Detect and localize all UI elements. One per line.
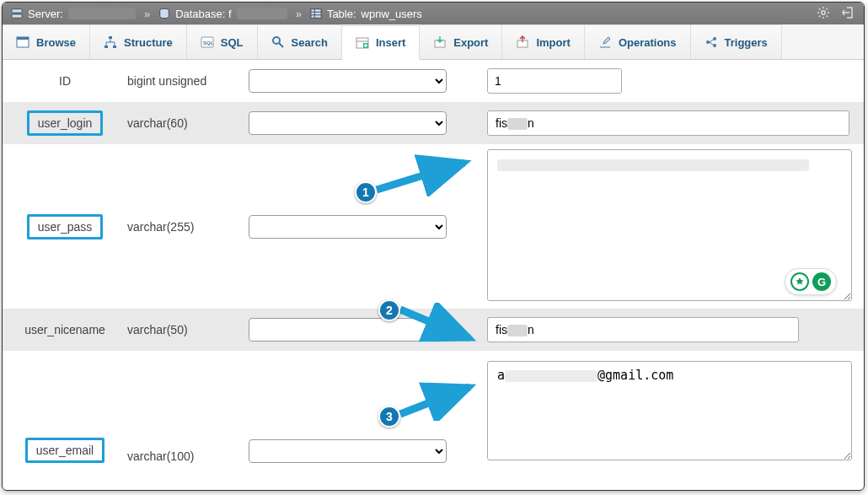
breadcrumb-table-label[interactable]: Table: xyxy=(327,8,356,20)
svg-point-15 xyxy=(273,37,280,44)
annotation-badge-2: 2 xyxy=(378,299,400,321)
field-type-id: bigint unsigned xyxy=(127,74,237,88)
field-function-user-pass[interactable] xyxy=(249,215,447,239)
tab-operations-label: Operations xyxy=(619,36,677,49)
structure-icon xyxy=(104,35,117,49)
tabs: Browse Structure SQL SQL Search Insert E… xyxy=(3,24,864,60)
table-icon xyxy=(310,8,322,19)
field-function-id[interactable] xyxy=(249,69,447,93)
field-function-user-login[interactable] xyxy=(249,111,447,135)
svg-rect-9 xyxy=(17,37,29,40)
field-function-user-nicename[interactable] xyxy=(249,318,447,342)
annotation-badge-3: 3 xyxy=(378,406,400,428)
breadcrumb-db-value xyxy=(237,8,287,19)
grammarly-icon[interactable] xyxy=(790,272,809,291)
field-type-user-pass: varchar(255) xyxy=(127,220,237,234)
breadcrumb-db-label[interactable]: Database: f xyxy=(175,8,232,20)
svg-rect-10 xyxy=(109,36,112,39)
triggers-icon xyxy=(705,35,718,49)
tab-browse-label: Browse xyxy=(36,36,76,49)
svg-point-24 xyxy=(706,40,710,44)
gear-icon[interactable] xyxy=(817,6,830,22)
field-row-user-email: user_email varchar(100) a@gmail.com xyxy=(3,351,864,475)
tab-triggers-label: Triggers xyxy=(725,36,768,49)
exit-icon[interactable] xyxy=(842,6,855,22)
sql-icon: SQL xyxy=(201,35,214,49)
tab-search-label: Search xyxy=(292,36,328,49)
field-function-user-email[interactable] xyxy=(249,439,447,463)
field-type-user-login: varchar(60) xyxy=(127,116,237,130)
insert-form: ID bigint unsigned user_login varchar(60… xyxy=(3,60,864,490)
svg-line-16 xyxy=(279,43,283,47)
tab-export[interactable]: Export xyxy=(420,24,502,59)
breadcrumb-server-value xyxy=(68,8,136,19)
grammarly-widget[interactable]: G xyxy=(785,268,837,295)
tab-insert[interactable]: Insert xyxy=(342,25,420,60)
field-row-user-pass: user_pass varchar(255) G xyxy=(3,144,864,309)
svg-rect-11 xyxy=(104,46,108,48)
browse-icon xyxy=(16,35,29,49)
field-row-id: ID bigint unsigned xyxy=(3,60,864,102)
search-icon xyxy=(271,35,285,49)
breadcrumb-sep: » xyxy=(292,8,305,20)
tab-operations[interactable]: Operations xyxy=(585,24,691,59)
breadcrumb-table-value[interactable]: wpnw_users xyxy=(362,8,422,20)
field-row-user-login: user_login varchar(60) fisn xyxy=(3,102,864,144)
svg-rect-1 xyxy=(12,14,22,18)
field-name-user-nicename: user_nicename xyxy=(14,323,115,336)
svg-rect-0 xyxy=(12,9,22,13)
server-icon xyxy=(11,8,23,19)
breadcrumb-sep: » xyxy=(141,8,153,20)
tab-import-label: Import xyxy=(536,36,570,49)
tab-sql-label: SQL xyxy=(221,36,244,49)
svg-point-7 xyxy=(822,10,825,13)
field-row-user-nicename: user_nicename varchar(50) fisn xyxy=(3,309,864,351)
tab-structure-label: Structure xyxy=(124,36,173,49)
tab-sql[interactable]: SQL SQL xyxy=(187,24,258,59)
insert-icon xyxy=(356,36,369,50)
field-name-user-email: user_email xyxy=(25,438,104,463)
operations-icon xyxy=(598,35,612,49)
field-value-user-nicename[interactable] xyxy=(487,317,799,342)
svg-rect-3 xyxy=(311,9,321,19)
svg-text:SQL: SQL xyxy=(203,40,214,46)
field-value-id[interactable] xyxy=(487,68,622,94)
database-icon xyxy=(158,8,170,19)
export-icon xyxy=(433,35,447,49)
import-icon xyxy=(516,35,529,49)
tab-import[interactable]: Import xyxy=(502,24,584,59)
svg-rect-12 xyxy=(113,46,116,48)
field-name-user-pass: user_pass xyxy=(27,214,104,239)
annotation-badge-1: 1 xyxy=(355,181,377,203)
tab-triggers[interactable]: Triggers xyxy=(691,24,782,59)
breadcrumb-server-label[interactable]: Server: xyxy=(28,8,63,20)
field-type-user-nicename: varchar(50) xyxy=(127,323,237,336)
field-name-id: ID xyxy=(14,74,115,88)
tab-search[interactable]: Search xyxy=(258,24,342,59)
field-type-user-email: varchar(100) xyxy=(127,449,237,463)
tab-browse[interactable]: Browse xyxy=(3,24,90,59)
field-value-user-login[interactable] xyxy=(487,110,849,136)
breadcrumb: Server: » Database: f » Table: wpnw_user… xyxy=(3,3,864,24)
tab-structure[interactable]: Structure xyxy=(90,24,187,59)
tab-export-label: Export xyxy=(453,36,488,49)
svg-point-26 xyxy=(713,44,716,47)
svg-point-25 xyxy=(713,37,716,40)
tab-insert-label: Insert xyxy=(376,36,405,49)
field-name-user-login: user_login xyxy=(27,110,104,136)
field-value-user-email[interactable] xyxy=(487,361,852,460)
grammarly-badge-icon[interactable]: G xyxy=(812,272,831,291)
